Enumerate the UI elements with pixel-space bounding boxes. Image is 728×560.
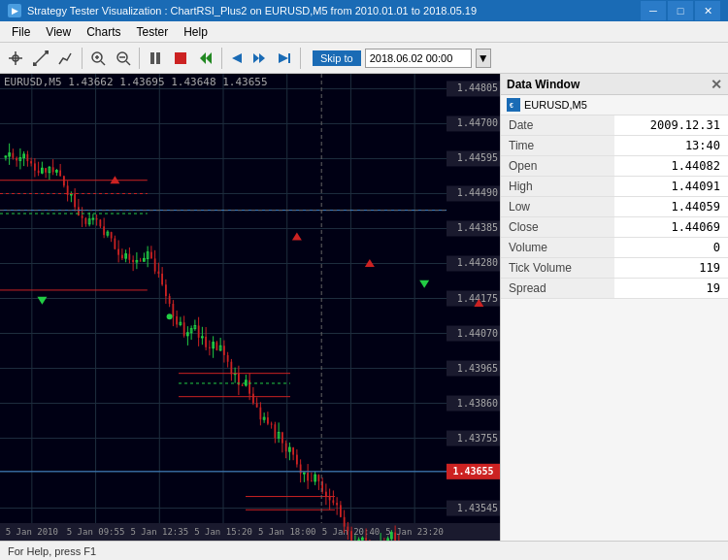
toolbar-zoom-out[interactable] <box>112 47 135 70</box>
data-label: Open <box>501 156 614 177</box>
skip-to-dropdown[interactable]: ▼ <box>476 49 491 68</box>
data-table-row: Spread19 <box>501 279 728 299</box>
data-label: Spread <box>501 279 614 299</box>
data-label: Time <box>501 136 614 156</box>
chart-area[interactable]: EURUSD,M5 1.43662 1.43695 1.43648 1.4365… <box>0 74 500 541</box>
data-label: Volume <box>501 238 614 258</box>
data-value: 1.44059 <box>614 197 728 217</box>
data-value: 2009.12.31 <box>614 115 728 136</box>
skip-to-input[interactable] <box>365 49 472 68</box>
svg-rect-15 <box>175 52 186 64</box>
data-table-row: Volume0 <box>501 238 728 258</box>
svg-marker-17 <box>200 52 206 64</box>
data-table-row: Time13:40 <box>501 136 728 156</box>
data-window-title: Data Window <box>507 78 579 91</box>
toolbar-sep-3 <box>221 48 222 69</box>
chart-canvas <box>0 74 500 541</box>
menu-file[interactable]: File <box>4 21 38 42</box>
right-panel: Data Window ✕ € EURUSD,M5 Date2009.12.31… <box>500 74 728 541</box>
toolbar-zoom-in[interactable] <box>86 47 110 70</box>
svg-marker-16 <box>206 52 212 64</box>
toolbar-chart-line[interactable] <box>54 47 78 70</box>
svg-line-11 <box>126 61 130 65</box>
toolbar-pause[interactable] <box>144 47 167 70</box>
svg-line-7 <box>101 61 105 65</box>
toolbar-line[interactable] <box>29 47 52 70</box>
data-value: 1.44091 <box>614 177 728 197</box>
data-table-row: Close1.44069 <box>501 217 728 238</box>
chart-header: EURUSD,M5 1.43662 1.43695 1.43648 1.4365… <box>4 76 268 88</box>
symbol-label: EURUSD,M5 <box>524 99 587 111</box>
svg-marker-19 <box>253 53 259 63</box>
close-button[interactable]: ✕ <box>695 1 720 20</box>
svg-point-5 <box>46 50 49 53</box>
data-table: Date2009.12.31Time13:40Open1.44082High1.… <box>501 115 728 299</box>
main-area: EURUSD,M5 1.43662 1.43695 1.43648 1.4365… <box>0 74 728 541</box>
data-value: 1.44082 <box>614 156 728 177</box>
menu-help[interactable]: Help <box>176 21 215 42</box>
data-label: High <box>501 177 614 197</box>
symbol-icon: € <box>507 98 520 112</box>
title-bar: ▶ Strategy Tester Visualization : ChartR… <box>0 0 728 21</box>
data-table-row: Date2009.12.31 <box>501 115 728 136</box>
data-label: Low <box>501 197 614 217</box>
window-controls[interactable]: ─ □ ✕ <box>641 1 720 20</box>
minimize-button[interactable]: ─ <box>641 1 666 20</box>
data-value: 13:40 <box>614 136 728 156</box>
svg-line-3 <box>34 51 48 65</box>
toolbar-fast-forward[interactable] <box>248 47 271 70</box>
toolbar: Skip to ▼ <box>0 43 728 74</box>
status-bar: For Help, press F1 <box>0 541 728 560</box>
data-window-subtitle: € EURUSD,M5 <box>501 95 728 115</box>
skip-to-area: Skip to ▼ <box>313 49 491 68</box>
toolbar-crosshair[interactable] <box>4 47 27 70</box>
toolbar-sep-4 <box>300 48 301 69</box>
data-table-row: Low1.44059 <box>501 197 728 217</box>
svg-marker-18 <box>232 53 242 63</box>
toolbar-sep-1 <box>82 48 83 69</box>
svg-point-4 <box>33 63 36 66</box>
data-table-row: High1.44091 <box>501 177 728 197</box>
toolbar-rewind[interactable] <box>194 47 217 70</box>
toolbar-nav-prev[interactable] <box>226 47 246 70</box>
data-window-close-button[interactable]: ✕ <box>711 77 722 92</box>
svg-rect-14 <box>156 52 160 64</box>
svg-marker-21 <box>279 53 288 63</box>
data-window-header: Data Window ✕ <box>501 74 728 95</box>
toolbar-nav-next[interactable] <box>273 47 296 70</box>
maximize-button[interactable]: □ <box>668 1 693 20</box>
data-label: Date <box>501 115 614 136</box>
skip-to-button[interactable]: Skip to <box>313 50 361 66</box>
data-value: 1.44069 <box>614 217 728 238</box>
svg-marker-20 <box>259 53 265 63</box>
data-value: 0 <box>614 238 728 258</box>
data-table-row: Open1.44082 <box>501 156 728 177</box>
svg-rect-13 <box>150 52 154 64</box>
data-value: 119 <box>614 258 728 279</box>
data-value: 19 <box>614 279 728 299</box>
window-title: Strategy Tester Visualization : ChartRSI… <box>27 5 477 16</box>
data-table-row: Tick Volume119 <box>501 258 728 279</box>
menu-tester[interactable]: Tester <box>128 21 176 42</box>
menu-charts[interactable]: Charts <box>79 21 128 42</box>
toolbar-stop[interactable] <box>169 47 192 70</box>
menu-view[interactable]: View <box>38 21 79 42</box>
status-text: For Help, press F1 <box>8 545 96 557</box>
menu-bar: File View Charts Tester Help <box>0 21 728 43</box>
data-label: Close <box>501 217 614 238</box>
svg-rect-22 <box>288 53 290 63</box>
svg-text:€: € <box>510 102 513 109</box>
toolbar-sep-2 <box>139 48 140 69</box>
data-label: Tick Volume <box>501 258 614 279</box>
app-icon: ▶ <box>8 4 21 17</box>
